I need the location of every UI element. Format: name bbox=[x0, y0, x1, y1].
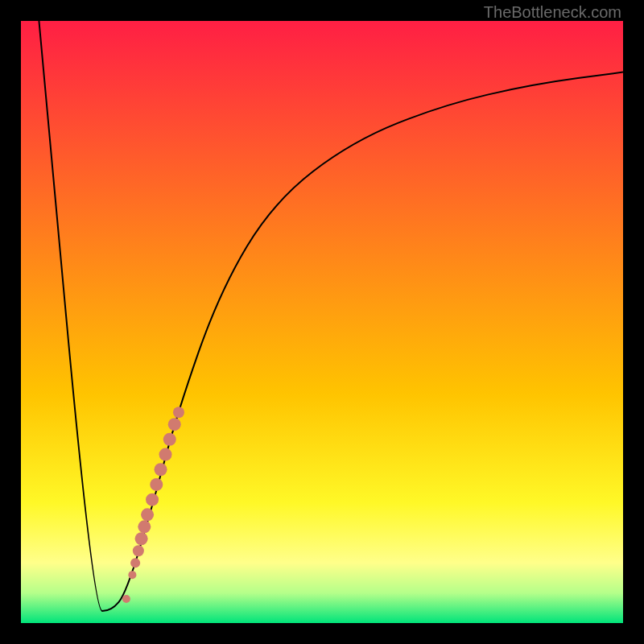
data-point bbox=[141, 508, 154, 521]
data-point bbox=[163, 433, 176, 446]
data-point bbox=[155, 463, 167, 476]
data-point bbox=[122, 595, 130, 603]
plot-background bbox=[21, 21, 623, 623]
data-point bbox=[130, 558, 140, 568]
data-point bbox=[173, 407, 184, 418]
bottleneck-chart bbox=[21, 21, 623, 623]
data-point bbox=[159, 448, 172, 461]
data-point bbox=[133, 545, 144, 556]
data-point bbox=[138, 520, 151, 533]
data-point bbox=[135, 532, 148, 545]
data-point bbox=[128, 571, 136, 579]
data-point bbox=[168, 418, 181, 431]
attribution-label: TheBottleneck.com bbox=[484, 3, 621, 22]
data-point bbox=[150, 478, 163, 491]
data-point bbox=[146, 493, 159, 506]
